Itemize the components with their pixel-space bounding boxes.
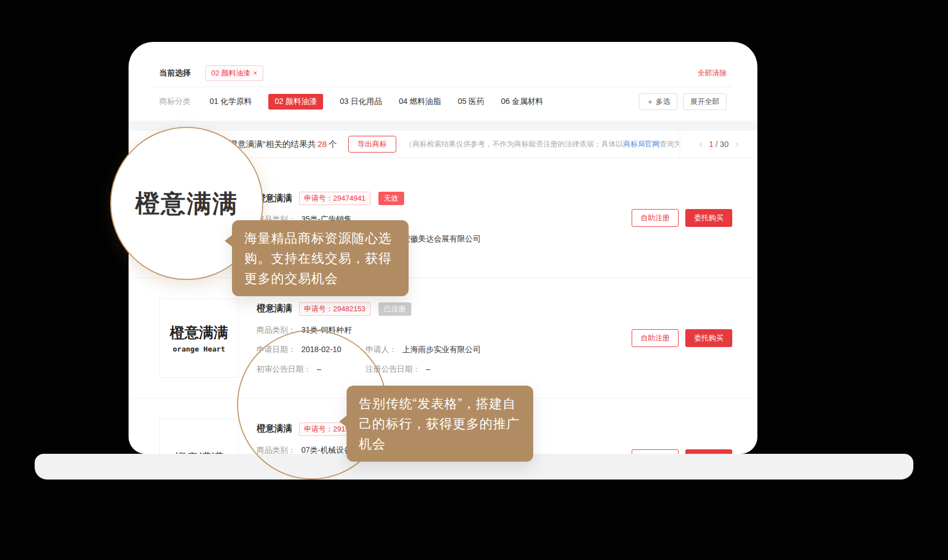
row-actions: 自助注册 委托购买: [632, 329, 732, 347]
filter-actions: ＋ 多选 展开全部: [639, 93, 727, 110]
tooltip-promo-text: 告别传统“发表格”，搭建自己的标行，获得更多的推广机会: [359, 396, 520, 451]
disclaimer-text-post: 查询为准。）: [660, 140, 680, 148]
entrust-buy-button[interactable]: 委托购买: [685, 209, 732, 227]
status-badge: 已注册: [378, 302, 411, 316]
next-page-icon[interactable]: ›: [735, 139, 738, 150]
results-count: 28: [317, 139, 327, 149]
tag-remove-icon[interactable]: ×: [253, 69, 257, 77]
self-register-button[interactable]: 自助注册: [632, 449, 679, 454]
expand-all-button[interactable]: 展开全部: [683, 93, 727, 110]
trademark-image-text: 橙意满满: [174, 450, 224, 454]
self-register-button[interactable]: 自助注册: [632, 209, 679, 227]
disclaimer-text-pre: （商标检索结果仅供参考，不作为商标能否注册的法律依据；具体以: [405, 140, 623, 148]
tooltip-promo: 告别传统“发表格”，搭建自己的标行，获得更多的推广机会: [347, 386, 533, 462]
reg-publish-value: –: [426, 364, 430, 374]
table-row: 橙意满满 orange Heart 橙意满满 申请号：29482153 已注册 …: [129, 278, 757, 398]
trademark-office-link[interactable]: 商标局官网: [623, 140, 660, 148]
current-selection-label: 当前选择: [159, 68, 191, 78]
trademark-image: 橙意满满: [159, 419, 239, 454]
page-separator: /: [715, 140, 718, 149]
category-item-03[interactable]: 03 日化用品: [340, 97, 382, 107]
trademark-image: 橙意满满 orange Heart: [159, 298, 239, 378]
total-pages: 30: [720, 140, 729, 149]
row-actions: 自助注册 委托购买: [632, 209, 732, 227]
category-item-05[interactable]: 05 医药: [458, 97, 484, 107]
results-summary-suffix: 个: [329, 139, 337, 149]
category-item-01[interactable]: 01 化学原料: [210, 97, 252, 107]
selected-filter-tag-label: 02 颜料油漆: [211, 68, 250, 78]
current-page: 1: [709, 140, 713, 149]
applicant-value: 安徽美达会展有限公司: [402, 234, 481, 244]
application-number-tag: 申请号：29482153: [299, 302, 371, 316]
filter-section: 当前选择 02 颜料油漆 × 全部清除 商标分类 01 化学原料 02 颜料油漆…: [129, 42, 757, 116]
export-trademark-button[interactable]: 导出商标: [348, 136, 396, 153]
self-register-button[interactable]: 自助注册: [632, 329, 679, 347]
results-disclaimer: （商标检索结果仅供参考，不作为商标能否注册的法律依据；具体以商标局官网查询为准。…: [405, 139, 680, 149]
entrust-buy-button[interactable]: 委托购买: [685, 449, 732, 454]
tooltip-market: 海量精品商标资源随心选购。支持在线交易，获得更多的交易机会: [232, 220, 409, 296]
category-item-06[interactable]: 06 金属材料: [501, 97, 543, 107]
entrust-buy-button[interactable]: 委托购买: [685, 329, 732, 347]
tooltip-arrow-icon: [339, 415, 347, 428]
prev-page-icon[interactable]: ‹: [699, 139, 703, 150]
category-row: 商标分类 01 化学原料 02 颜料油漆 03 日化用品 04 燃料油脂 05 …: [154, 87, 732, 116]
multi-select-button[interactable]: ＋ 多选: [639, 93, 677, 110]
section-divider-strip: [129, 121, 757, 131]
current-selection-row: 当前选择 02 颜料油漆 × 全部清除: [154, 61, 732, 86]
screenshot-stage: 当前选择 02 颜料油漆 × 全部清除 商标分类 01 化学原料 02 颜料油漆…: [0, 0, 948, 560]
application-number-tag: 申请号：29474941: [299, 192, 371, 205]
tooltip-market-text: 海量精品商标资源随心选购。支持在线交易，获得更多的交易机会: [244, 231, 392, 286]
selected-filter-tag[interactable]: 02 颜料油漆 ×: [205, 65, 263, 81]
category-list: 01 化学原料 02 颜料油漆 03 日化用品 04 燃料油脂 05 医药 06…: [210, 94, 543, 110]
category-row-label: 商标分类: [159, 97, 191, 107]
applicant-label: 申请人：: [366, 345, 397, 355]
trademark-name: 橙意满满: [257, 303, 292, 315]
applicant-value: 上海雨步实业有限公司: [402, 345, 481, 355]
trademark-image-text: 橙意满满: [170, 323, 228, 343]
status-badge: 无效: [378, 192, 404, 205]
category-item-02-selected[interactable]: 02 颜料油漆: [268, 94, 323, 110]
row-actions: 自助注册 委托购买: [632, 449, 732, 454]
clear-all-link[interactable]: 全部清除: [698, 68, 727, 78]
tooltip-arrow-icon: [225, 235, 233, 247]
trademark-image-subtext: orange Heart: [173, 345, 225, 353]
pagination: ‹ 1 / 30 ›: [680, 131, 757, 158]
magnified-trademark-text: 橙意满满: [135, 187, 238, 220]
category-item-04[interactable]: 04 燃料油脂: [399, 97, 440, 107]
